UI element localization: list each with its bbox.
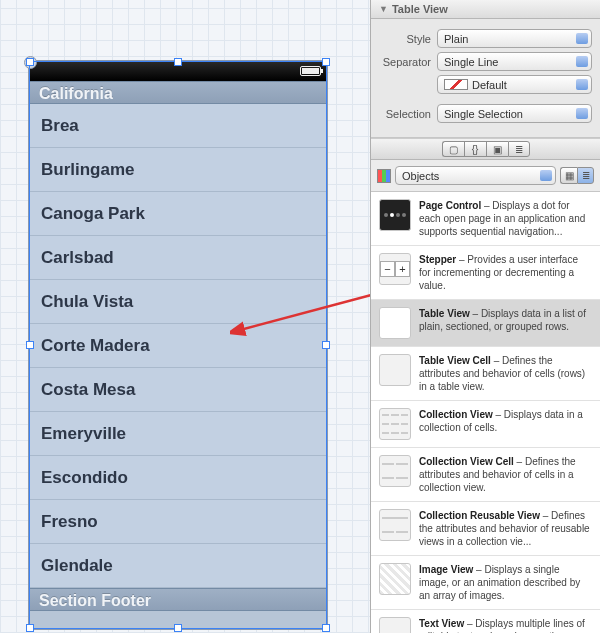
object-library[interactable]: Page Control – Displays a dot for each o… <box>371 192 600 633</box>
close-icon[interactable]: × <box>24 56 37 69</box>
inspector-section-header[interactable]: ▼ Table View <box>371 0 600 19</box>
grid-view-icon[interactable]: ▦ <box>560 167 577 184</box>
tab-objects-icon[interactable]: ▣ <box>486 141 508 157</box>
section-header: California <box>29 81 327 104</box>
library-item-collection-view[interactable]: Collection View – Displays data in a col… <box>371 401 600 448</box>
tab-files-icon[interactable]: ▢ <box>442 141 464 157</box>
collection-view-cell-icon <box>379 455 411 487</box>
inspector-attributes: Style Plain Separator Single Line Defaul… <box>371 19 600 138</box>
library-filter-bar: Objects ▦ ≣ <box>371 160 600 192</box>
library-item-text-view[interactable]: Text View – Displays multiple lines of e… <box>371 610 600 633</box>
separator-popup[interactable]: Single Line <box>437 52 592 71</box>
collection-view-icon <box>379 408 411 440</box>
table-row[interactable]: Emeryville <box>29 412 327 456</box>
library-tabbar: ▢ {} ▣ ≣ <box>371 138 600 160</box>
inspector-panel: ▼ Table View Style Plain Separator Singl… <box>370 0 600 633</box>
disclosure-triangle-icon[interactable]: ▼ <box>379 4 388 14</box>
selection-popup[interactable]: Single Selection <box>437 104 592 123</box>
table-row[interactable]: Costa Mesa <box>29 368 327 412</box>
list-view-icon[interactable]: ≣ <box>577 167 594 184</box>
library-item-collection-view-cell[interactable]: Collection View Cell – Defines the attri… <box>371 448 600 502</box>
section-footer: Section Footer <box>29 588 327 611</box>
library-item-table-view-cell[interactable]: Table View Cell – Defines the attributes… <box>371 347 600 401</box>
selection-label: Selection <box>379 108 437 120</box>
status-bar <box>29 61 327 81</box>
page-control-icon <box>379 199 411 231</box>
separator-color-popup[interactable]: Default <box>437 75 592 94</box>
text-view-icon <box>379 617 411 633</box>
table-row[interactable]: Corte Madera <box>29 324 327 368</box>
inspector-title: Table View <box>392 3 448 15</box>
battery-icon <box>300 66 321 76</box>
tab-code-icon[interactable]: {} <box>464 141 486 157</box>
library-item-page-control[interactable]: Page Control – Displays a dot for each o… <box>371 192 600 246</box>
table-row[interactable]: Fresno <box>29 500 327 544</box>
library-viewmode[interactable]: ▦ ≣ <box>560 167 594 184</box>
tab-media-icon[interactable]: ≣ <box>508 141 530 157</box>
table-body[interactable]: Brea Burlingame Canoga Park Carlsbad Chu… <box>29 104 327 588</box>
table-row[interactable]: Carlsbad <box>29 236 327 280</box>
iphone-canvas[interactable]: × California Brea Burlingame Canoga Park… <box>28 60 328 630</box>
stepper-icon: −+ <box>379 253 411 285</box>
table-view-cell-icon <box>379 354 411 386</box>
table-row[interactable]: Glendale <box>29 544 327 588</box>
library-item-image-view[interactable]: Image View – Displays a single image, or… <box>371 556 600 610</box>
color-swatch-icon <box>444 79 468 90</box>
library-item-collection-reusable-view[interactable]: Collection Reusable View – Defines the a… <box>371 502 600 556</box>
image-view-icon <box>379 563 411 595</box>
library-item-table-view[interactable]: Table View – Displays data in a list of … <box>371 300 600 347</box>
table-row[interactable]: Burlingame <box>29 148 327 192</box>
collection-reusable-view-icon <box>379 509 411 541</box>
table-row[interactable]: Chula Vista <box>29 280 327 324</box>
table-row[interactable]: Brea <box>29 104 327 148</box>
table-row[interactable]: Canoga Park <box>29 192 327 236</box>
palette-icon <box>377 169 391 183</box>
separator-label: Separator <box>379 56 437 68</box>
table-row[interactable]: Escondido <box>29 456 327 500</box>
library-filter-popup[interactable]: Objects <box>395 166 556 185</box>
library-item-stepper[interactable]: −+ Stepper – Provides a user interface f… <box>371 246 600 300</box>
table-view-icon <box>379 307 411 339</box>
style-popup[interactable]: Plain <box>437 29 592 48</box>
style-label: Style <box>379 33 437 45</box>
